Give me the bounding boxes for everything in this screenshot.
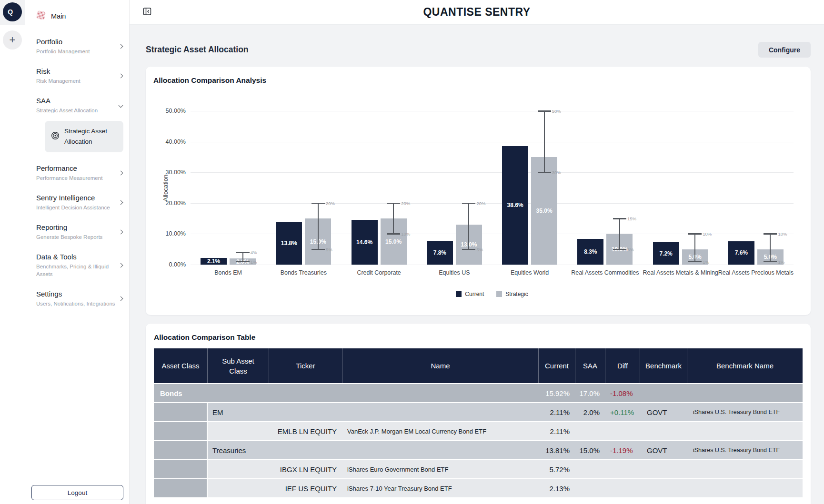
column-header-ticker: Ticker bbox=[269, 348, 342, 383]
error-bar-line bbox=[694, 234, 695, 261]
cell-current: 2.11% bbox=[539, 403, 575, 421]
error-bar-label: 20% bbox=[326, 200, 335, 206]
bar-value-label: 7.6% bbox=[728, 249, 754, 256]
sidebar: Main PortfolioPortfolio ManagementRiskRi… bbox=[25, 0, 130, 504]
sidebar-item-label: Reporting bbox=[36, 223, 116, 232]
sidebar-subitem-strategic-asset-allocation[interactable]: Strategic Asset Allocation bbox=[45, 121, 123, 152]
error-bar-line bbox=[393, 203, 394, 234]
sidebar-item-sublabel: Generate Bespoke Reports bbox=[36, 233, 116, 241]
bar-current: 38.6% bbox=[502, 146, 528, 265]
sidebar-item-saa[interactable]: SAAStrategic Asset Allocation bbox=[25, 96, 129, 114]
bar-current: 8.3% bbox=[577, 239, 603, 265]
chevron-right-icon bbox=[119, 170, 123, 175]
sidebar-item-portfolio[interactable]: PortfolioPortfolio Management bbox=[25, 37, 129, 55]
sidebar-item-label: Performance bbox=[36, 164, 116, 173]
bar-value-label: 38.6% bbox=[502, 202, 528, 208]
gridline bbox=[191, 142, 794, 142]
app-root: Q_ + Main PortfolioPortfolio ManagementR… bbox=[0, 0, 824, 504]
chevron-right-icon bbox=[119, 296, 123, 301]
icon-rail: Q_ + bbox=[0, 0, 25, 504]
add-button[interactable]: + bbox=[3, 30, 22, 49]
legend-label: Current bbox=[465, 291, 484, 297]
bar-current: 7.6% bbox=[728, 241, 754, 265]
error-bar-label: 15% bbox=[627, 216, 636, 221]
sidebar-item-text: PortfolioPortfolio Management bbox=[36, 37, 119, 55]
cell-diff: -1.08% bbox=[605, 384, 640, 402]
cell-asset-class: Bonds bbox=[154, 384, 208, 402]
error-bar-line bbox=[544, 111, 545, 172]
sidebar-item-data-tools[interactable]: Data & ToolsBenchmarks, Pricing & Illiqu… bbox=[25, 252, 129, 278]
cell-benchmark-name bbox=[687, 384, 803, 402]
error-bar-label: 4% bbox=[251, 250, 257, 255]
cell-sub-asset-class bbox=[208, 479, 269, 497]
cell-benchmark bbox=[640, 422, 687, 440]
error-bar-label: 20% bbox=[476, 200, 485, 206]
sidebar-item-performance[interactable]: PerformancePerformance Measurement bbox=[25, 164, 129, 182]
column-header-saa: SAA bbox=[575, 348, 605, 383]
cell-ticker: EMLB LN EQUITY bbox=[269, 422, 342, 440]
cell-saa: 15.0% bbox=[575, 441, 605, 459]
error-bar-label: 10% bbox=[778, 231, 787, 237]
cell-name bbox=[342, 403, 539, 421]
cell-sub-asset-class: EM bbox=[208, 403, 269, 421]
cell-benchmark bbox=[640, 479, 687, 497]
sidebar-nav-items: PortfolioPortfolio ManagementRiskRisk Ma… bbox=[25, 37, 129, 307]
y-axis-tick: 30.00% bbox=[155, 169, 186, 176]
sidebar-item-settings[interactable]: SettingsUsers, Notifications, Integratio… bbox=[25, 289, 129, 307]
cell-saa bbox=[575, 479, 605, 497]
gridline bbox=[191, 111, 794, 111]
cell-sub-asset-class: Treasuries bbox=[208, 441, 269, 459]
y-axis-tick: 20.00% bbox=[155, 200, 186, 207]
gridline bbox=[191, 265, 794, 265]
configure-button[interactable]: Configure bbox=[758, 42, 811, 58]
bar-current: 13.8% bbox=[276, 222, 302, 265]
error-bar-cap bbox=[764, 261, 777, 263]
column-header-current: Current bbox=[539, 348, 575, 383]
bar-current: 7.8% bbox=[427, 241, 453, 265]
app-logo: Q_ bbox=[3, 2, 22, 21]
cell-asset-class bbox=[154, 403, 208, 421]
legend-swatch-icon bbox=[496, 291, 502, 297]
target-icon bbox=[51, 131, 60, 142]
cell-current: 13.81% bbox=[539, 441, 575, 459]
cell-benchmark-name bbox=[687, 460, 803, 478]
cell-asset-class bbox=[154, 479, 208, 497]
cell-sub-asset-class bbox=[208, 460, 269, 478]
error-bar-label: 1% bbox=[703, 259, 709, 264]
sidebar-item-sentry-intelligence[interactable]: Sentry IntelligenceIntelligent Decision … bbox=[25, 193, 129, 211]
table-row-group: Bonds15.92%17.0%-1.08% bbox=[154, 384, 803, 403]
error-bar-cap bbox=[613, 249, 626, 250]
cell-current: 2.13% bbox=[539, 479, 575, 497]
error-bar-line bbox=[318, 203, 319, 249]
error-bar-label: 5% bbox=[627, 247, 634, 252]
error-bar-cap bbox=[613, 218, 626, 219]
page-title: Strategic Asset Allocation bbox=[146, 45, 249, 55]
sidebar-item-main[interactable]: Main bbox=[25, 7, 129, 26]
main-area: QUANTISE SENTRY Strategic Asset Allocati… bbox=[130, 0, 824, 504]
error-bar-label: 20% bbox=[401, 200, 410, 206]
table-header-row: Asset ClassSub Asset ClassTickerNameCurr… bbox=[154, 348, 803, 384]
y-axis-tick: 50.00% bbox=[155, 108, 186, 114]
y-axis-tick: 10.00% bbox=[155, 230, 186, 237]
error-bar-label: 30% bbox=[552, 170, 561, 175]
sidebar-item-text: PerformancePerformance Measurement bbox=[36, 164, 119, 182]
error-bar-cap bbox=[688, 233, 702, 235]
cell-benchmark-name bbox=[687, 479, 803, 497]
bar-current: 2.1% bbox=[201, 258, 227, 265]
cell-ticker: IEF US EQUITY bbox=[269, 479, 342, 497]
table-row-ticker: EMLB LN EQUITYVanEck J.P. Morgan EM Loca… bbox=[154, 422, 803, 441]
cell-asset-class bbox=[154, 422, 208, 440]
error-bar-cap bbox=[312, 203, 325, 204]
column-header-name: Name bbox=[342, 348, 539, 383]
table-title: Allocation Comparison Table bbox=[154, 324, 803, 342]
cell-diff: +0.11% bbox=[605, 403, 640, 421]
sidebar-item-risk[interactable]: RiskRisk Management bbox=[25, 67, 129, 85]
sidebar-item-reporting[interactable]: ReportingGenerate Bespoke Reports bbox=[25, 223, 129, 241]
gridline bbox=[191, 172, 794, 173]
sidebar-item-text: Data & ToolsBenchmarks, Pricing & Illiqu… bbox=[36, 252, 119, 278]
cell-name bbox=[342, 384, 539, 402]
sidebar-subitem-label: Strategic Asset Allocation bbox=[64, 126, 119, 147]
bar-value-label: 14.6% bbox=[352, 239, 378, 246]
logout-button[interactable]: Logout bbox=[31, 485, 123, 500]
legend-label: Strategic bbox=[505, 291, 528, 297]
